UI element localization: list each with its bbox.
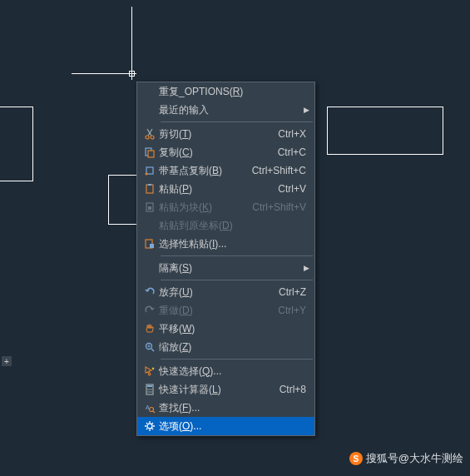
menu-item-label: 粘贴(P) xyxy=(159,182,278,196)
menu-item-label: 最近的输入 xyxy=(159,103,309,117)
calc-icon xyxy=(141,384,159,395)
menu-item[interactable]: 粘贴(P)Ctrl+V xyxy=(137,180,314,198)
menu-item-shortcut: Ctrl+Y xyxy=(278,305,309,316)
menu-item[interactable]: 放弃(U)Ctrl+Z xyxy=(137,283,314,301)
svg-line-3 xyxy=(147,129,151,136)
svg-point-7 xyxy=(146,173,148,176)
menu-item-label: 粘贴到原坐标(D) xyxy=(159,219,309,233)
menu-item-label: 重做(D) xyxy=(159,304,278,318)
svg-line-36 xyxy=(146,429,147,429)
menu-item-label: 查找(F)... xyxy=(159,401,309,415)
menu-item[interactable]: 剪切(T)Ctrl+X xyxy=(137,125,314,143)
copybase-icon xyxy=(141,165,159,176)
menu-item-label: 重复_OPTIONS(R) xyxy=(159,85,309,99)
menu-separator xyxy=(161,280,313,280)
menu-item[interactable]: 复制(C)Ctrl+C xyxy=(137,143,314,161)
pasteblock-icon xyxy=(141,201,159,213)
menu-item-label: 选项(O)... xyxy=(159,419,309,434)
zoom-icon xyxy=(141,341,159,353)
undo-icon xyxy=(141,286,159,298)
svg-point-20 xyxy=(147,389,149,390)
svg-point-27 xyxy=(150,408,154,412)
menu-item-label: 选择性粘贴(I)... xyxy=(159,237,309,251)
find-icon: A xyxy=(141,402,159,414)
menu-separator xyxy=(161,255,313,256)
add-tab-button[interactable]: + xyxy=(2,356,12,366)
menu-item[interactable]: 带基点复制(B)Ctrl+Shift+C xyxy=(137,161,314,180)
menu-item[interactable]: 隔离(S)▶ xyxy=(137,259,314,277)
qselect-icon xyxy=(141,365,159,377)
svg-rect-13 xyxy=(150,244,154,248)
menu-item: 重做(D)Ctrl+Y xyxy=(137,301,314,320)
menu-item-label: 带基点复制(B) xyxy=(159,164,252,178)
menu-item-label: 隔离(S) xyxy=(159,261,309,275)
sohu-logo-icon: S xyxy=(349,452,363,465)
svg-point-23 xyxy=(147,391,149,393)
svg-point-29 xyxy=(147,424,152,429)
menu-item[interactable]: 重复_OPTIONS(R) xyxy=(137,82,314,101)
menu-item[interactable]: 选项(O)... xyxy=(137,417,314,435)
svg-rect-19 xyxy=(147,385,152,387)
svg-point-0 xyxy=(146,136,149,139)
svg-rect-6 xyxy=(146,167,153,174)
rectangle-shape xyxy=(0,107,33,181)
menu-item-shortcut: Ctrl+Shift+C xyxy=(252,165,309,176)
copy-icon xyxy=(141,146,159,158)
svg-line-28 xyxy=(153,411,155,413)
menu-item-label: 复制(C) xyxy=(159,146,278,160)
menu-item-shortcut: Ctrl+8 xyxy=(280,384,309,395)
crosshair-horizontal xyxy=(72,73,136,74)
menu-item-label: 快速选择(Q)... xyxy=(159,364,309,379)
svg-point-24 xyxy=(149,391,151,393)
svg-rect-11 xyxy=(148,206,151,210)
menu-item-label: 快速计算器(L) xyxy=(159,383,280,397)
menu-separator xyxy=(161,121,313,122)
pastespecial-icon xyxy=(141,238,159,250)
redo-icon xyxy=(141,305,159,316)
svg-line-37 xyxy=(152,423,153,424)
menu-item[interactable]: 快速计算器(L)Ctrl+8 xyxy=(137,380,314,399)
svg-point-22 xyxy=(151,389,152,390)
menu-item-shortcut: Ctrl+Shift+V xyxy=(252,201,309,213)
menu-item: 粘贴到原坐标(D) xyxy=(137,216,314,235)
menu-item[interactable]: 最近的输入▶ xyxy=(137,101,314,119)
watermark: S 搜狐号@大水牛测绘 xyxy=(349,451,463,466)
svg-rect-9 xyxy=(148,184,151,186)
svg-line-35 xyxy=(152,429,153,429)
menu-item-shortcut: Ctrl+V xyxy=(278,183,309,195)
svg-line-2 xyxy=(148,129,152,136)
menu-item-label: 放弃(U) xyxy=(159,285,279,300)
svg-rect-5 xyxy=(148,151,154,157)
submenu-arrow-icon: ▶ xyxy=(304,264,309,272)
svg-line-34 xyxy=(146,423,147,424)
menu-item-shortcut: Ctrl+X xyxy=(278,128,309,140)
cursor-pickbox xyxy=(129,71,135,77)
rectangle-shape xyxy=(327,107,443,155)
menu-item[interactable]: 缩放(Z) xyxy=(137,338,314,356)
submenu-arrow-icon: ▶ xyxy=(304,106,309,114)
pan-icon xyxy=(141,323,159,335)
menu-separator xyxy=(161,359,313,359)
svg-line-15 xyxy=(151,349,154,351)
menu-item: 粘贴为块(K)Ctrl+Shift+V xyxy=(137,198,314,216)
menu-item[interactable]: 平移(W) xyxy=(137,320,314,338)
menu-item-label: 缩放(Z) xyxy=(159,340,309,355)
watermark-text: 搜狐号@大水牛测绘 xyxy=(366,451,463,466)
menu-item-shortcut: Ctrl+C xyxy=(278,146,309,158)
svg-point-21 xyxy=(149,389,151,390)
options-icon xyxy=(141,420,159,432)
cut-icon xyxy=(141,128,159,140)
menu-item-shortcut: Ctrl+Z xyxy=(279,286,309,298)
svg-point-1 xyxy=(151,136,154,139)
menu-item[interactable]: 选择性粘贴(I)... xyxy=(137,235,314,253)
context-menu: 重复_OPTIONS(R)最近的输入▶剪切(T)Ctrl+X复制(C)Ctrl+… xyxy=(136,82,315,436)
menu-item[interactable]: 快速选择(Q)... xyxy=(137,362,314,380)
paste-icon xyxy=(141,183,159,195)
svg-point-25 xyxy=(151,391,152,393)
menu-item-label: 剪切(T) xyxy=(159,127,278,141)
menu-item[interactable]: A查找(F)... xyxy=(137,399,314,417)
menu-item-label: 平移(W) xyxy=(159,322,309,336)
crosshair-vertical xyxy=(131,7,132,80)
menu-item-label: 粘贴为块(K) xyxy=(159,201,252,215)
svg-rect-8 xyxy=(146,185,153,193)
